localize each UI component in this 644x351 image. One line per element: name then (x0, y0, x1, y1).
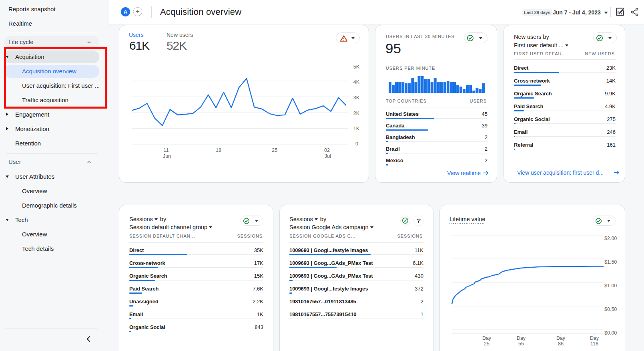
svg-text:25: 25 (484, 341, 490, 347)
svg-text:1K: 1K (353, 126, 360, 131)
svg-text:Day: Day (590, 335, 599, 341)
svg-text:$1.00: $1.00 (604, 283, 617, 288)
svg-text:Day: Day (556, 335, 566, 341)
svg-text:5K: 5K (353, 64, 360, 70)
svg-text:55: 55 (518, 341, 524, 347)
svg-text:3K: 3K (353, 95, 360, 101)
svg-text:$0.50: $0.50 (604, 307, 617, 312)
svg-text:Jul: Jul (325, 153, 331, 159)
svg-text:4K: 4K (353, 79, 360, 85)
svg-text:11: 11 (164, 147, 169, 153)
svg-text:0: 0 (355, 141, 358, 147)
svg-text:$0.00: $0.00 (604, 330, 617, 336)
svg-text:2K: 2K (353, 111, 360, 116)
svg-text:86: 86 (558, 341, 564, 347)
svg-text:$1.50: $1.50 (604, 259, 617, 265)
svg-text:25: 25 (272, 147, 277, 153)
svg-text:Day: Day (482, 335, 492, 341)
svg-text:$2.00: $2.00 (604, 236, 617, 241)
svg-text:116: 116 (590, 341, 598, 347)
svg-text:Jun: Jun (163, 153, 171, 159)
svg-text:18: 18 (216, 147, 221, 153)
svg-text:Day: Day (517, 335, 526, 341)
svg-text:02: 02 (324, 147, 330, 153)
